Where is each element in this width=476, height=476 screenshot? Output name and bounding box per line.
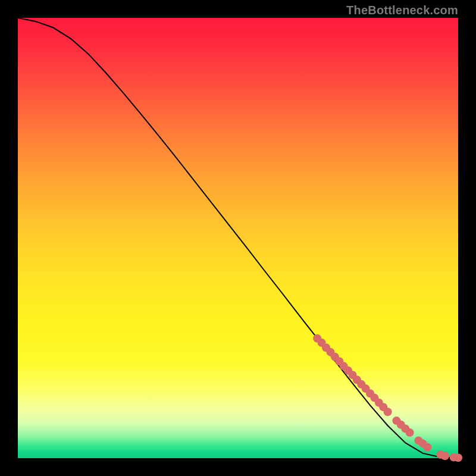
plot-area (18, 18, 458, 458)
data-point (454, 453, 462, 462)
chart-frame: TheBottleneck.com (0, 0, 476, 476)
data-point (384, 408, 392, 416)
data-point (423, 443, 431, 452)
data-point (441, 452, 449, 460)
data-point-group (313, 334, 462, 462)
attribution-label: TheBottleneck.com (346, 4, 458, 17)
chart-overlay (18, 18, 458, 458)
data-point (406, 428, 414, 437)
main-curve (18, 18, 458, 458)
